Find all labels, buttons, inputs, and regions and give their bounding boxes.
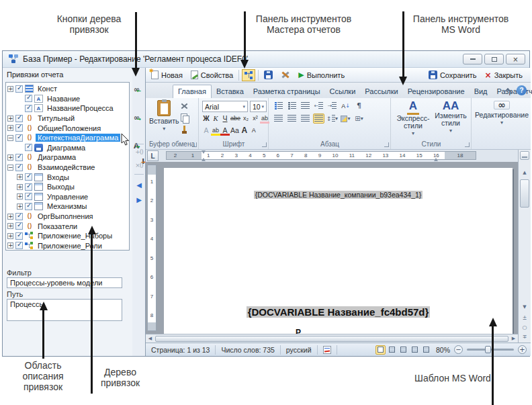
expand-panel-button[interactable]: ▶	[134, 195, 144, 206]
ribbon-tab[interactable]: Рассылки	[360, 85, 402, 98]
tree-checkbox[interactable]: ✓	[25, 95, 32, 102]
decrease-indent-button[interactable]: ←	[313, 101, 324, 111]
increase-indent-button[interactable]: →	[326, 101, 338, 111]
document-area[interactable]: 12345678 {DOCVARIABLE Название_компании_…	[146, 162, 518, 334]
tree-item[interactable]: +✓( )ОргВыполнения	[6, 212, 129, 222]
tree-expander[interactable]: +	[7, 223, 13, 229]
tree-checkbox[interactable]: ✓	[15, 164, 23, 171]
scroll-left-icon[interactable]: ◀	[146, 336, 154, 341]
scroll-up-icon[interactable]: ▲	[520, 169, 529, 177]
highlight-color-button[interactable]: ab	[211, 126, 220, 136]
zoom-out-button[interactable]: −	[454, 345, 463, 354]
change-styles-button[interactable]: АA Изменить стили ▾	[433, 100, 468, 134]
new-report-button[interactable]: Новая	[148, 70, 185, 80]
language-indicator[interactable]: русский	[281, 345, 318, 355]
save-button[interactable]: Сохранить	[426, 70, 480, 80]
tree-item[interactable]: ✓AНазваниеПроцесса	[6, 103, 129, 114]
tree-checkbox[interactable]: ✓	[15, 242, 23, 249]
scroll-down-icon[interactable]: ▼	[520, 303, 529, 312]
bullets-button[interactable]	[273, 101, 284, 111]
tree-checkbox[interactable]: ✓	[15, 124, 23, 132]
page-indicator[interactable]: Страница: 1 из 13	[146, 345, 216, 355]
previous-page-button[interactable]: ±	[520, 314, 529, 322]
tree-item[interactable]: ✓AНазвание	[6, 94, 129, 104]
docvariable-company-field[interactable]: {DOCVARIABLE Название_компании_b93ea434_…	[164, 191, 513, 199]
ruler-toggle-button[interactable]	[520, 151, 529, 160]
strikethrough-button[interactable]: abe	[230, 114, 241, 124]
tree-item[interactable]: −✓( )КонтекстнаяДиаграмма	[6, 133, 129, 143]
dialog-launcher-icon[interactable]	[192, 142, 197, 147]
tree-item[interactable]: ✓Диаграмма	[6, 143, 129, 153]
close-window-button[interactable]: ×	[506, 54, 525, 64]
tree-checkbox[interactable]: ✓	[15, 85, 23, 93]
ribbon-tab[interactable]: Ссылки	[325, 85, 361, 98]
next-page-button[interactable]: ∓	[520, 332, 529, 341]
tree-expander[interactable]: +	[7, 86, 13, 92]
sort-button[interactable]: А↓	[340, 101, 351, 111]
shading-button[interactable]: ▾	[340, 114, 351, 124]
grow-font-button[interactable]: А	[240, 126, 249, 136]
proofing-status[interactable]	[318, 345, 337, 355]
numbering-button[interactable]	[286, 101, 298, 111]
tree-item[interactable]: +✓( )Титульный	[6, 114, 129, 124]
tree-checkbox[interactable]: ✓	[25, 105, 32, 112]
tree-expander[interactable]: +	[7, 233, 13, 239]
justify-button[interactable]	[313, 114, 324, 124]
draft-view-button[interactable]	[421, 345, 431, 355]
tree-item[interactable]: +✓Приложение_Наборы	[6, 231, 129, 241]
find-previous-button[interactable]: ∞←	[134, 85, 140, 94]
tree-expander[interactable]: +	[17, 184, 23, 190]
ribbon-tab[interactable]: Рецензирование	[403, 85, 470, 98]
tree-checkbox[interactable]: ✓	[15, 134, 23, 142]
tree-expander[interactable]: +	[17, 193, 23, 199]
close-button[interactable]: ×Закрыть	[482, 70, 525, 81]
tree-item[interactable]: +✓Конст	[6, 84, 129, 94]
tree-expander[interactable]: +	[17, 204, 23, 210]
tree-expander[interactable]: +	[17, 174, 23, 180]
print-layout-view-button[interactable]	[375, 345, 386, 355]
bindings-tree[interactable]: +✓Конст✓AНазвание✓AНазваниеПроцесса+✓( )…	[5, 82, 130, 251]
tree-checkbox[interactable]: ✓	[25, 173, 32, 181]
tree-item[interactable]: +✓Механизмы	[6, 201, 129, 212]
minimize-button[interactable]	[463, 54, 482, 64]
tree-item[interactable]: +✓Выходы	[6, 182, 129, 192]
path-input[interactable]: Процессы	[7, 299, 122, 321]
tree-item[interactable]: +✓( )Показатели	[6, 221, 129, 231]
tree-checkbox[interactable]: ✓	[25, 144, 32, 151]
align-right-button[interactable]	[300, 114, 311, 124]
zoom-level[interactable]: 80%	[432, 346, 454, 354]
tree-checkbox[interactable]: ✓	[15, 222, 23, 230]
bold-button[interactable]: Ж	[202, 114, 211, 124]
properties-button[interactable]: Свойства	[188, 70, 236, 80]
vertical-scrollbar[interactable]: ▲ ▼ ± ○ ∓	[518, 150, 531, 343]
borders-button[interactable]: ⊞▾	[353, 114, 365, 124]
align-left-button[interactable]	[273, 114, 284, 124]
superscript-button[interactable]: x²	[251, 114, 260, 124]
text-effects-button[interactable]: А	[202, 126, 211, 136]
title-bar[interactable]: База Пример - Редактирование 'Регламент …	[3, 51, 529, 68]
select-browse-object-button[interactable]: ○	[520, 323, 529, 332]
zoom-slider[interactable]	[467, 349, 514, 351]
tab-selector-button[interactable]: L	[147, 150, 159, 161]
tree-expander[interactable]: +	[7, 214, 13, 220]
scroll-right-icon[interactable]: ▶	[509, 336, 518, 341]
horizontal-scrollbar[interactable]: ◀ ▶	[146, 334, 518, 343]
tree-expander[interactable]: +	[7, 242, 13, 249]
tree-expander[interactable]: −	[7, 165, 13, 171]
tree-checkbox[interactable]: ✓	[15, 232, 23, 240]
quick-styles-button[interactable]: A Экспресс-стили ▾	[396, 100, 431, 137]
italic-button[interactable]: К	[211, 114, 220, 124]
web-layout-view-button[interactable]	[398, 345, 408, 355]
shrink-font-button[interactable]: А	[249, 126, 259, 136]
collapse-ribbon-icon[interactable]	[505, 88, 513, 95]
delete-binding-button[interactable]: ×()	[134, 161, 144, 171]
filter-input[interactable]: Процессы-уровень модели	[7, 277, 122, 288]
tree-checkbox[interactable]: ✓	[15, 213, 23, 220]
report-settings-button[interactable]	[278, 70, 293, 80]
add-binding-button[interactable]: +()	[134, 147, 144, 157]
clear-formatting-button[interactable]: ab	[260, 114, 269, 124]
subscript-button[interactable]: x₂	[241, 114, 251, 124]
paste-button[interactable]: Вставить ▾	[149, 100, 179, 132]
ribbon-tab[interactable]: Вставка	[212, 85, 249, 98]
tree-checkbox[interactable]: ✓	[25, 193, 32, 200]
